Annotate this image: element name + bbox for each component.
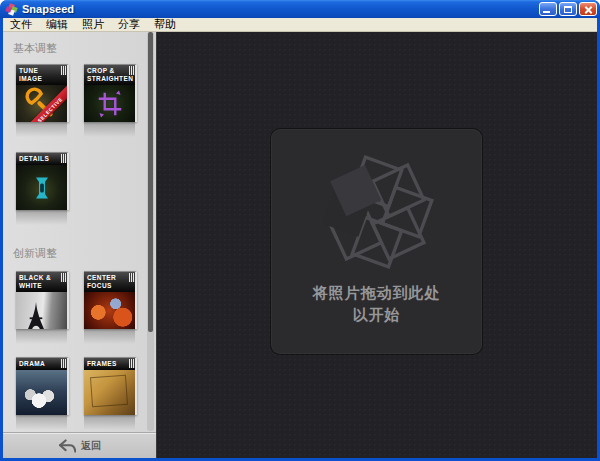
tile-art: SELECTIVE bbox=[16, 85, 67, 122]
filter-tile-drama[interactable]: DRAMA bbox=[16, 357, 69, 415]
barcode-icon bbox=[129, 273, 135, 282]
dropzone-hint: 将照片拖动到此处 以开始 bbox=[271, 282, 482, 326]
menu-bar: 文件 编辑 照片 分享 帮助 bbox=[3, 18, 597, 32]
title-bar[interactable]: Snapseed bbox=[0, 0, 600, 18]
minimize-icon bbox=[543, 11, 550, 13]
menu-photo[interactable]: 照片 bbox=[75, 18, 111, 31]
menu-help[interactable]: 帮助 bbox=[147, 18, 183, 31]
section-title-basic: 基本调整 bbox=[13, 41, 57, 56]
maximize-button[interactable] bbox=[559, 2, 577, 16]
tile-label: FRAMES bbox=[84, 358, 135, 370]
crop-icon bbox=[95, 89, 125, 119]
tile-art bbox=[16, 165, 67, 210]
filter-tile-center-focus[interactable]: CENTER FOCUS bbox=[84, 271, 137, 329]
maximize-icon bbox=[564, 6, 572, 13]
sidebar-scrollbar-thumb[interactable] bbox=[148, 32, 153, 332]
main-canvas-area: 将照片拖动到此处 以开始 bbox=[156, 32, 597, 458]
tile-art bbox=[84, 292, 135, 329]
window-title: Snapseed bbox=[22, 3, 539, 15]
back-arrow-icon bbox=[58, 439, 76, 453]
dropzone-hint-line2: 以开始 bbox=[271, 304, 482, 326]
snapseed-app-icon bbox=[5, 3, 18, 16]
tile-art bbox=[16, 370, 67, 415]
close-button[interactable] bbox=[579, 2, 597, 16]
tile-label: DETAILS bbox=[16, 153, 67, 165]
snapseed-logo bbox=[301, 145, 453, 279]
tile-label: BLACK & WHITE bbox=[16, 272, 67, 292]
barcode-icon bbox=[61, 154, 67, 163]
tile-art bbox=[16, 292, 67, 329]
menu-file[interactable]: 文件 bbox=[3, 18, 39, 31]
filter-tile-black-white[interactable]: BLACK & WHITE bbox=[16, 271, 69, 329]
tile-label: TUNE IMAGE bbox=[16, 65, 67, 85]
tile-label: DRAMA bbox=[16, 358, 67, 370]
tile-art bbox=[84, 85, 135, 122]
dropzone-hint-line1: 将照片拖动到此处 bbox=[271, 282, 482, 304]
barcode-icon bbox=[129, 66, 135, 75]
barcode-icon bbox=[129, 359, 135, 368]
menu-share[interactable]: 分享 bbox=[111, 18, 147, 31]
section-title-creative: 创新调整 bbox=[13, 246, 57, 261]
minimize-button[interactable] bbox=[539, 2, 557, 16]
tile-art bbox=[84, 370, 135, 415]
sharpener-icon bbox=[27, 173, 57, 203]
barcode-icon bbox=[61, 66, 67, 75]
barcode-icon bbox=[61, 359, 67, 368]
snapseed-window: Snapseed 文件 编辑 照片 分享 帮助 基本调整 TUNE IMAGE bbox=[0, 0, 600, 461]
sidebar-scrollbar-track[interactable] bbox=[147, 32, 154, 431]
tile-label: CROP & STRAIGHTEN bbox=[84, 65, 135, 85]
tile-label: CENTER FOCUS bbox=[84, 272, 135, 292]
filter-tile-frames[interactable]: FRAMES bbox=[84, 357, 137, 415]
filter-sidebar: 基本调整 TUNE IMAGE SELECTIVE CROP & STRAIGH… bbox=[3, 32, 156, 458]
filter-tile-details[interactable]: DETAILS bbox=[16, 152, 69, 210]
back-button[interactable]: 返回 bbox=[3, 432, 156, 458]
window-content: 基本调整 TUNE IMAGE SELECTIVE CROP & STRAIGH… bbox=[3, 32, 597, 458]
eiffel-tower-icon bbox=[22, 300, 50, 329]
filter-tile-tune-image[interactable]: TUNE IMAGE SELECTIVE bbox=[16, 64, 69, 122]
barcode-icon bbox=[61, 273, 67, 282]
back-label: 返回 bbox=[81, 439, 101, 453]
photo-dropzone[interactable]: 将照片拖动到此处 以开始 bbox=[271, 129, 482, 354]
filter-tile-crop-straighten[interactable]: CROP & STRAIGHTEN bbox=[84, 64, 137, 122]
menu-edit[interactable]: 编辑 bbox=[39, 18, 75, 31]
